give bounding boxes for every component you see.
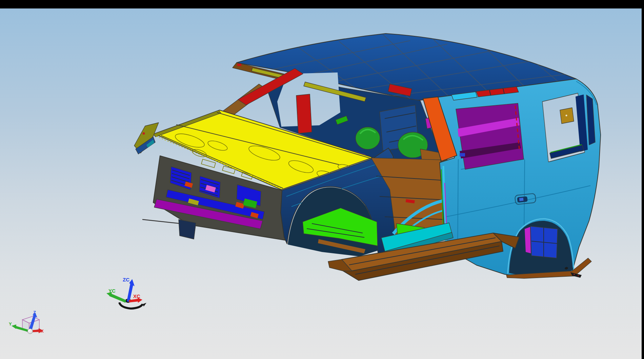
wcs-x-label: XC: [133, 293, 140, 299]
origin-sphere[interactable]: [28, 329, 33, 334]
view-y-label: Y: [9, 321, 12, 326]
seat: [356, 127, 380, 149]
application-window: ZC YC XC Z Y: [0, 0, 644, 359]
lower-bracket: [179, 219, 196, 239]
window-top-bar: [0, 0, 644, 8]
view-x-label: X: [41, 329, 44, 334]
red-dot: [573, 274, 575, 275]
wcs-y-label: YC: [108, 288, 116, 294]
firewall-red-member: [296, 94, 312, 133]
wcs-z-label: ZC: [123, 277, 129, 282]
view-z-label: Z: [33, 310, 36, 315]
red-dot: [578, 275, 579, 276]
window-right-bar: [642, 8, 644, 359]
header-red-clip: [237, 64, 241, 66]
rear-door-window: [456, 103, 524, 169]
red-dot: [143, 132, 145, 135]
arch-magenta-sliver: [525, 227, 531, 253]
quarter-window: [542, 93, 588, 162]
cad-viewport[interactable]: ZC YC XC Z Y: [0, 0, 644, 359]
